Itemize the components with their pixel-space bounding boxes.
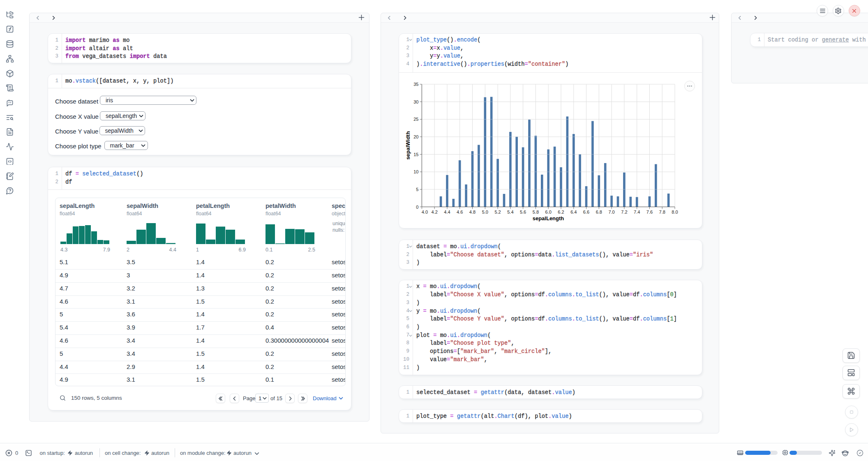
svg-text:6.4: 6.4 — [570, 210, 577, 214]
svg-text:6.0: 6.0 — [545, 210, 552, 214]
svg-text:25: 25 — [413, 117, 418, 122]
svg-text:6.6: 6.6 — [583, 210, 589, 214]
svg-text:20: 20 — [413, 134, 418, 139]
svg-text:7.4: 7.4 — [634, 210, 640, 214]
svg-text:5.8: 5.8 — [533, 210, 539, 214]
svg-text:sepalLength: sepalLength — [533, 215, 564, 221]
svg-text:6.8: 6.8 — [596, 210, 602, 214]
svg-text:sepalWidth: sepalWidth — [405, 131, 411, 159]
svg-text:4.8: 4.8 — [469, 210, 476, 214]
svg-text:4.6: 4.6 — [457, 210, 463, 214]
svg-text:10: 10 — [413, 169, 418, 174]
svg-text:7.8: 7.8 — [659, 210, 665, 214]
svg-text:6.2: 6.2 — [558, 210, 564, 214]
svg-text:5.4: 5.4 — [507, 210, 513, 214]
svg-text:7.0: 7.0 — [608, 210, 614, 214]
svg-text:5.2: 5.2 — [494, 210, 501, 214]
svg-text:5.0: 5.0 — [482, 210, 488, 214]
svg-text:4.2: 4.2 — [432, 210, 438, 214]
svg-text:5: 5 — [416, 187, 418, 191]
svg-text:8.0: 8.0 — [672, 210, 678, 214]
svg-text:7.6: 7.6 — [646, 210, 653, 214]
svg-text:15: 15 — [413, 152, 418, 157]
svg-text:35: 35 — [413, 82, 418, 87]
svg-text:5.6: 5.6 — [520, 210, 526, 214]
svg-text:30: 30 — [413, 99, 418, 104]
svg-text:4.0: 4.0 — [422, 210, 428, 214]
svg-text:0: 0 — [416, 204, 418, 209]
svg-text:4.4: 4.4 — [444, 210, 450, 214]
svg-text:7.2: 7.2 — [621, 210, 627, 214]
